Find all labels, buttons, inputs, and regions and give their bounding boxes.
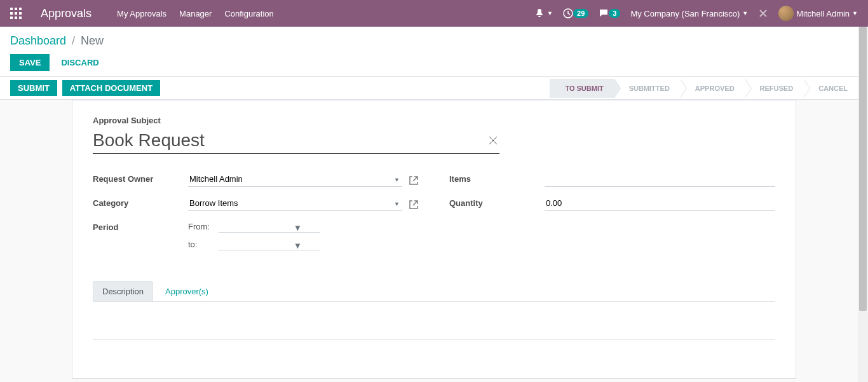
user-name: Mitchell Admin <box>796 9 850 18</box>
status-steps: To Submit Submitted Approved Refused Can… <box>550 77 858 99</box>
period-to-line: to: ▼ <box>188 238 419 250</box>
menu-configuration[interactable]: Configuration <box>224 9 273 18</box>
caret-down-icon: ▼ <box>742 10 748 17</box>
form-columns: Request Owner ▼ Category ▼ P <box>93 172 775 258</box>
tab-content <box>93 302 775 340</box>
items-row: Items <box>449 172 775 188</box>
chat-icon <box>599 8 609 18</box>
items-input[interactable] <box>545 172 775 187</box>
breadcrumb: Dashboard / New <box>10 34 858 48</box>
header-actions: Submit Attach Document <box>10 80 160 96</box>
request-owner-field: ▼ <box>188 172 402 187</box>
breadcrumb-separator: / <box>72 34 75 47</box>
request-owner-row: Request Owner ▼ <box>93 172 419 188</box>
breadcrumb-current: New <box>81 34 104 47</box>
subject-row <box>93 128 499 154</box>
left-column: Request Owner ▼ Category ▼ P <box>93 172 419 258</box>
category-label: Category <box>93 196 188 208</box>
period-to-input[interactable] <box>219 238 320 250</box>
status-to-submit[interactable]: To Submit <box>550 79 613 98</box>
category-row: Category ▼ <box>93 196 419 212</box>
form-view: Approval Subject Request Owner ▼ Categor… <box>0 100 868 382</box>
external-link-icon[interactable] <box>409 200 419 210</box>
debug-icon[interactable] <box>758 8 768 18</box>
activities-badge: 29 <box>573 9 588 18</box>
status-refused[interactable]: Refused <box>745 79 804 98</box>
main-menu: My Approvals Manager Configuration <box>117 9 534 18</box>
discard-button[interactable]: Discard <box>55 54 105 71</box>
top-navbar: Approvals My Approvals Manager Configura… <box>0 0 868 27</box>
bell-icon <box>534 8 545 18</box>
caret-down-icon: ▼ <box>852 10 858 17</box>
caret-down-icon: ▼ <box>547 10 553 17</box>
breadcrumb-dashboard[interactable]: Dashboard <box>10 34 66 47</box>
status-cancel[interactable]: Cancel <box>803 79 858 98</box>
period-row: Period From: ▼ to: <box>93 220 419 250</box>
user-menu[interactable]: Mitchell Admin ▼ <box>778 6 858 21</box>
menu-my-approvals[interactable]: My Approvals <box>117 9 166 18</box>
attach-document-button[interactable]: Attach Document <box>62 80 160 96</box>
menu-manager[interactable]: Manager <box>179 9 212 18</box>
items-label: Items <box>449 172 545 184</box>
avatar <box>778 6 794 21</box>
quantity-field <box>545 196 775 211</box>
request-owner-input[interactable] <box>188 172 402 187</box>
control-panel: Dashboard / New Save Discard <box>0 27 868 77</box>
period-from-label: From: <box>188 222 214 231</box>
activities-button[interactable]: 29 <box>563 8 588 18</box>
quantity-input[interactable] <box>545 196 775 211</box>
external-link-icon[interactable] <box>409 175 419 186</box>
status-approved[interactable]: Approved <box>680 79 745 98</box>
category-input[interactable] <box>188 196 402 211</box>
period-from-input[interactable] <box>219 220 320 233</box>
form-sheet: Approval Subject Request Owner ▼ Categor… <box>72 100 796 379</box>
category-field: ▼ <box>188 196 402 211</box>
period-field: From: ▼ to: ▼ <box>188 220 419 250</box>
period-label: Period <box>93 220 188 232</box>
save-button[interactable]: Save <box>10 54 50 71</box>
messages-badge: 3 <box>609 9 620 18</box>
navbar-right: ▼ 29 3 My Company (San Francisco) ▼ Mitc… <box>534 6 858 21</box>
items-field <box>545 172 775 187</box>
status-bar: Submit Attach Document To Submit Submitt… <box>0 77 868 100</box>
tab-approvers[interactable]: Approver(s) <box>156 281 218 301</box>
tab-description[interactable]: Description <box>93 281 153 301</box>
period-to-label: to: <box>188 240 214 249</box>
app-title: Approvals <box>41 7 92 20</box>
notifications-dropdown[interactable]: ▼ <box>534 8 553 18</box>
quantity-row: Quantity <box>449 196 775 212</box>
clear-icon[interactable] <box>487 134 499 147</box>
quantity-label: Quantity <box>449 196 545 208</box>
form-buttons: Save Discard <box>10 54 858 71</box>
scrollbar-thumb[interactable] <box>859 27 867 311</box>
submit-button[interactable]: Submit <box>10 80 57 96</box>
messages-button[interactable]: 3 <box>599 8 620 18</box>
subject-label: Approval Subject <box>93 116 775 125</box>
request-owner-label: Request Owner <box>93 172 188 184</box>
notebook-tabs: Description Approver(s) <box>93 281 775 302</box>
clock-icon <box>563 8 573 18</box>
right-column: Items Quantity <box>449 172 775 258</box>
apps-icon[interactable] <box>10 8 22 19</box>
period-from-line: From: ▼ <box>188 220 419 233</box>
company-switcher[interactable]: My Company (San Francisco) ▼ <box>630 9 748 18</box>
scrollbar[interactable] <box>858 27 868 382</box>
subject-input[interactable] <box>93 128 479 153</box>
company-name: My Company (San Francisco) <box>630 9 740 18</box>
status-submitted[interactable]: Submitted <box>614 79 680 98</box>
